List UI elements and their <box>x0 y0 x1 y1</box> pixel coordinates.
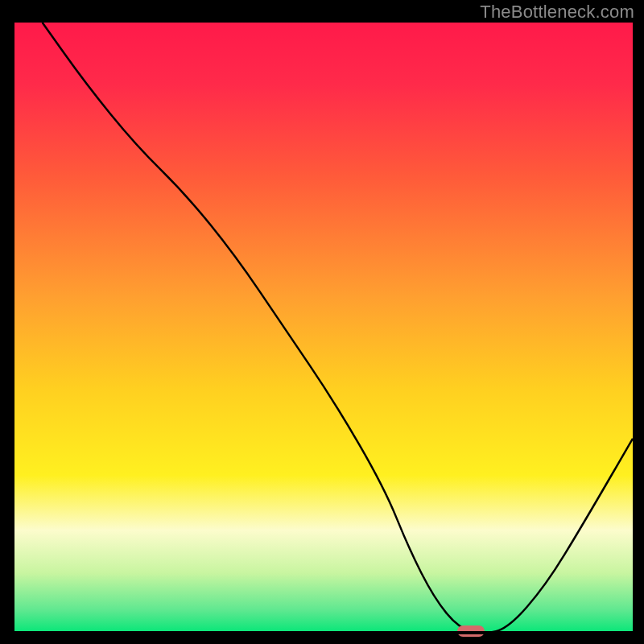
chart-frame <box>11 23 633 634</box>
x-axis <box>11 631 633 634</box>
bottleneck-curve <box>11 23 633 634</box>
y-axis <box>11 23 14 634</box>
watermark-text: TheBottleneck.com <box>480 2 634 23</box>
